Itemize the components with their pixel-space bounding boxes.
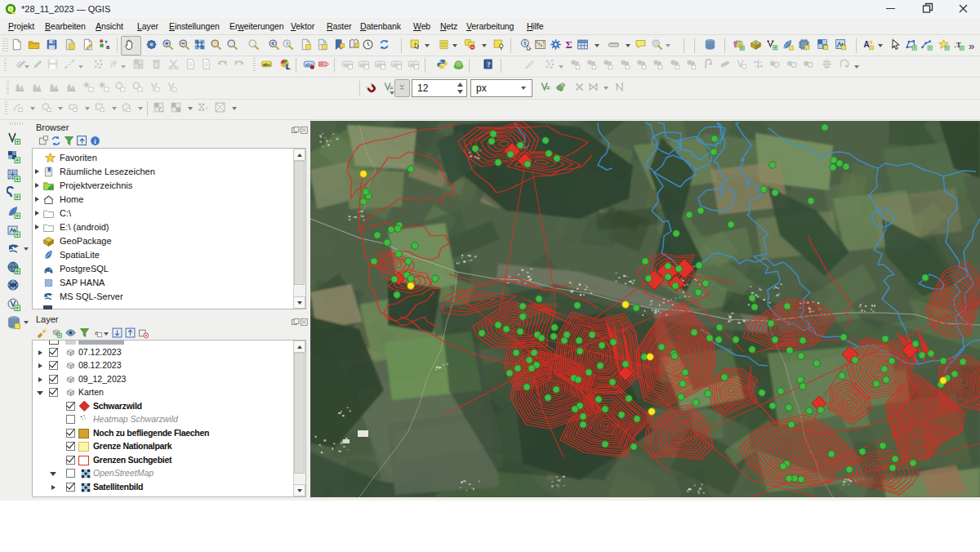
svg-text:abc: abc xyxy=(319,61,327,66)
svg-text:ε: ε xyxy=(206,105,208,110)
svg-text:abc: abc xyxy=(263,62,270,67)
svg-text:a: a xyxy=(106,43,110,51)
svg-text:A: A xyxy=(863,40,869,49)
svg-text:Σ: Σ xyxy=(565,39,572,51)
svg-text:?: ? xyxy=(487,61,490,69)
svg-text:i: i xyxy=(524,39,526,47)
